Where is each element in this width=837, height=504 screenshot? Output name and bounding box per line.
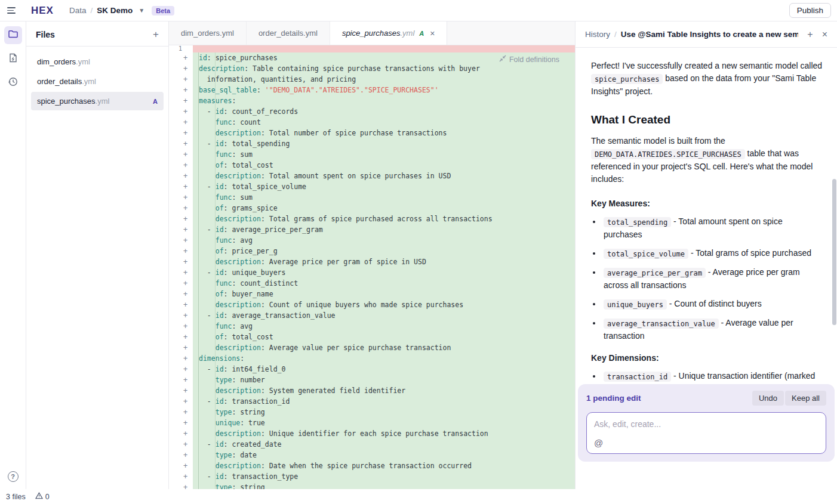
tab-extension: .yml	[303, 29, 318, 38]
hex-logo[interactable]: HEX	[31, 5, 54, 17]
close-panel-button[interactable]: ×	[822, 30, 827, 39]
keep-all-button[interactable]: Keep all	[785, 391, 826, 406]
diff-plus-marker: +	[169, 235, 193, 246]
diff-added-line: + - id: average_transaction_value	[169, 310, 575, 321]
diff-added-line: + - id: unique_buyers	[169, 267, 575, 278]
code-line-content: type: string	[193, 407, 575, 418]
chat-section-label: Key Measures:	[591, 197, 823, 210]
sql-edit-panel-button[interactable]	[4, 50, 22, 68]
diff-plus-marker: +	[169, 256, 193, 267]
file-extension: .yml	[82, 77, 96, 86]
code-area[interactable]: 1 +id: spice_purchases+description: Tabl…	[169, 45, 575, 489]
diff-added-line: + - id: average_price_per_gram	[169, 224, 575, 235]
status-bar: 3 files 0	[0, 489, 837, 504]
add-file-button[interactable]: +	[153, 29, 159, 39]
diff-added-line: + information, quantities, and pricing	[169, 74, 575, 85]
diff-added-line: + - id: total_spice_volume	[169, 181, 575, 192]
warnings-indicator[interactable]: 0	[35, 492, 50, 501]
diff-plus-marker: +	[169, 482, 193, 489]
chat-section-label: Key Dimensions:	[591, 352, 823, 364]
code-line-content: description: Date when the spice purchas…	[193, 460, 575, 471]
diff-plus-marker: +	[169, 460, 193, 471]
new-thread-button[interactable]: +	[807, 30, 813, 39]
code-line-content: func: avg	[193, 321, 575, 332]
publish-button[interactable]: Publish	[789, 3, 831, 18]
code-line-content: description: System generated field iden…	[193, 385, 575, 396]
tab-spice_purchases[interactable]: spice_purchases.ymlA×	[330, 21, 448, 45]
breadcrumb-project-name[interactable]: SK Demo	[97, 6, 133, 15]
tab-label: dim_orders	[181, 29, 220, 38]
chat-heading: What I Created	[591, 113, 823, 126]
tab-label: order_details	[259, 29, 303, 38]
list-item: average_transaction_value - Average valu…	[602, 317, 823, 342]
file-item-dim_orders[interactable]: dim_orders.yml	[31, 52, 164, 71]
diff-plus-marker: +	[169, 428, 193, 439]
diff-added-line: + description: System generated field id…	[169, 385, 575, 396]
diff-plus-marker: +	[169, 267, 193, 278]
undo-button[interactable]: Undo	[752, 391, 784, 406]
chevron-down-icon[interactable]: ▼	[139, 7, 144, 14]
prompt-input-box[interactable]: @	[586, 412, 826, 454]
code-lines: +id: spice_purchases+description: Table …	[169, 52, 575, 489]
close-tab-icon[interactable]: ×	[430, 29, 435, 38]
diff-plus-marker: +	[169, 192, 193, 203]
folder-icon	[8, 29, 19, 42]
thread-title: Use @Sami Table Insights to create a new…	[621, 30, 799, 39]
code-line-content: base_sql_table: '"DEMO_DATA"."ATREIDES".…	[193, 85, 575, 95]
inline-code: total_spending	[604, 217, 671, 227]
diff-added-line: + of: price_per_g	[169, 246, 575, 256]
code-line-content: description: Count of unique buyers who …	[193, 299, 575, 310]
inline-code: spice_purchases	[591, 74, 663, 84]
menu-icon[interactable]	[7, 4, 23, 17]
history-panel-button[interactable]	[4, 74, 22, 92]
panel-scrollbar[interactable]	[832, 179, 836, 325]
chat-paragraph: Perfect! I've successfully created a new…	[591, 60, 823, 98]
files-panel-title: Files	[36, 30, 55, 39]
diff-added-line: + description: Average value per spice p…	[169, 342, 575, 353]
diff-plus-marker: +	[169, 310, 193, 321]
history-link[interactable]: History	[585, 30, 610, 39]
diff-plus-marker: +	[169, 396, 193, 407]
code-line-content: dimensions:	[193, 353, 575, 364]
code-line-content: description: Total number of spice purch…	[193, 128, 575, 138]
help-button[interactable]: ?	[4, 468, 22, 486]
help-icon: ?	[8, 471, 19, 482]
diff-added-line: + of: total_cost	[169, 332, 575, 342]
diff-added-line: + description: Count of unique buyers wh…	[169, 299, 575, 310]
fold-definitions-label: Fold definitions	[509, 54, 559, 65]
files-panel-button[interactable]	[4, 26, 22, 44]
diff-plus-marker: +	[169, 289, 193, 299]
file-item-order_details[interactable]: order_details.yml	[31, 72, 164, 91]
breadcrumb-data[interactable]: Data	[69, 6, 87, 15]
diff-plus-marker: +	[169, 375, 193, 385]
file-item-spice_purchases[interactable]: spice_purchases.ymlA	[31, 92, 164, 110]
mention-button[interactable]: @	[594, 438, 606, 448]
tab-extension: .yml	[220, 29, 234, 38]
diff-plus-marker: +	[169, 203, 193, 214]
code-line-content: type: number	[193, 375, 575, 385]
file-name: spice_purchases	[37, 97, 96, 106]
diff-plus-marker: +	[169, 439, 193, 450]
code-line-content: measures:	[193, 95, 575, 106]
diff-added-line: + - id: int64_field_0	[169, 364, 575, 375]
diff-plus-marker: +	[169, 149, 193, 160]
diff-plus-marker: +	[169, 74, 193, 85]
code-line-content: description: Unique identifier for each …	[193, 428, 575, 439]
diff-added-line: + - id: created_date	[169, 439, 575, 450]
diff-added-line: + description: Unique identifier for eac…	[169, 428, 575, 439]
tab-dim_orders[interactable]: dim_orders.yml	[169, 21, 247, 45]
prompt-input[interactable]	[594, 419, 818, 430]
diff-plus-marker: +	[169, 214, 193, 224]
diff-plus-marker: +	[169, 332, 193, 342]
code-line-content: description: Total amount spent on spice…	[193, 171, 575, 181]
tab-order_details[interactable]: order_details.yml	[247, 21, 330, 45]
fold-definitions-button[interactable]: Fold definitions	[499, 54, 559, 65]
code-line-content: unique: true	[193, 418, 575, 428]
warning-count: 0	[45, 493, 50, 501]
line-number: 1	[169, 45, 193, 52]
editor: dim_orders.ymlorder_details.ymlspice_pur…	[169, 21, 575, 489]
diff-plus-marker: +	[169, 181, 193, 192]
diff-plus-marker: +	[169, 450, 193, 460]
code-line-content: information, quantities, and pricing	[193, 74, 575, 85]
list-item: total_spending - Total amount spent on s…	[602, 215, 823, 241]
